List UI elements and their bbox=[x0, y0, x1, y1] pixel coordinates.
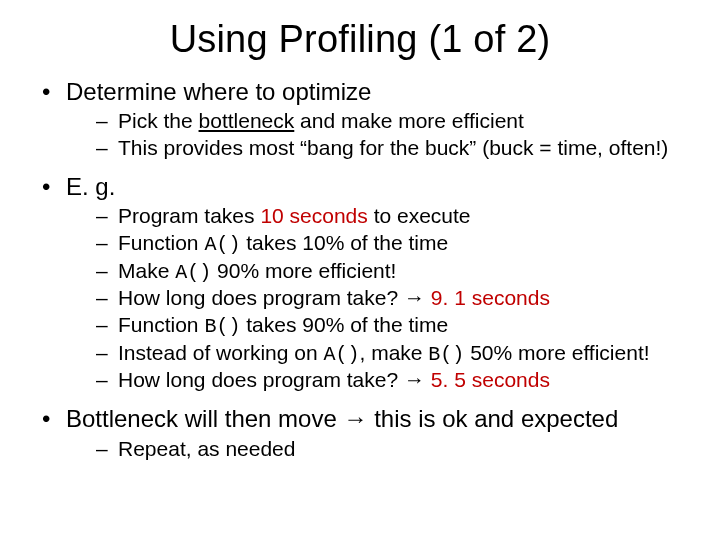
eg-make-a-90: Make A() 90% more efficient! bbox=[96, 258, 700, 286]
text: Function bbox=[118, 313, 204, 336]
text: takes 10% of the time bbox=[240, 231, 448, 254]
eg-result-9-1: How long does program take? → 9. 1 secon… bbox=[96, 285, 700, 312]
text: Determine where to optimize bbox=[66, 78, 371, 105]
bullet-eg: E. g. Program takes 10 seconds to execut… bbox=[42, 172, 700, 394]
code-b: B() bbox=[428, 343, 464, 366]
eg-b-90pct: Function B() takes 90% of the time bbox=[96, 312, 700, 340]
sublist: Program takes 10 seconds to execute Func… bbox=[66, 203, 700, 394]
code-a: A() bbox=[323, 343, 359, 366]
red-text: 5. 5 seconds bbox=[425, 368, 550, 391]
red-text: 10 seconds bbox=[260, 204, 367, 227]
text: and make more efficient bbox=[294, 109, 524, 132]
text: , make bbox=[359, 341, 428, 364]
underline-word: bottleneck bbox=[199, 109, 295, 132]
text: Function bbox=[118, 231, 204, 254]
code-b: B() bbox=[204, 315, 240, 338]
bullet-bang-for-buck: This provides most “bang for the buck” (… bbox=[96, 135, 700, 162]
bullet-list-level1: Determine where to optimize Pick the bot… bbox=[20, 77, 700, 462]
code-a: A() bbox=[175, 261, 211, 284]
slide-title: Using Profiling (1 of 2) bbox=[20, 18, 700, 61]
text: 90% more efficient! bbox=[211, 259, 396, 282]
text: Make bbox=[118, 259, 175, 282]
bullet-repeat: Repeat, as needed bbox=[96, 436, 700, 463]
eg-a-10pct: Function A() takes 10% of the time bbox=[96, 230, 700, 258]
arrow-icon: → bbox=[404, 368, 425, 391]
text: Program takes bbox=[118, 204, 260, 227]
text: 50% more efficient! bbox=[464, 341, 649, 364]
text: E. g. bbox=[66, 173, 115, 200]
text: Instead of working on bbox=[118, 341, 323, 364]
text: How long does program take? bbox=[118, 286, 404, 309]
eg-make-b-50: Instead of working on A(), make B() 50% … bbox=[96, 340, 700, 368]
sublist: Pick the bottleneck and make more effici… bbox=[66, 108, 700, 162]
text: Pick the bbox=[118, 109, 199, 132]
bullet-determine: Determine where to optimize Pick the bot… bbox=[42, 77, 700, 162]
text: to execute bbox=[368, 204, 471, 227]
text: This provides most “bang for the buck” (… bbox=[118, 136, 668, 159]
sublist: Repeat, as needed bbox=[66, 436, 700, 463]
text: Bottleneck will then move bbox=[66, 405, 343, 432]
bullet-bottleneck-moves: Bottleneck will then move → this is ok a… bbox=[42, 404, 700, 462]
bullet-pick-bottleneck: Pick the bottleneck and make more effici… bbox=[96, 108, 700, 135]
text: this is ok and expected bbox=[367, 405, 618, 432]
eg-result-5-5: How long does program take? → 5. 5 secon… bbox=[96, 367, 700, 394]
arrow-icon: → bbox=[343, 405, 367, 432]
slide: Using Profiling (1 of 2) Determine where… bbox=[0, 0, 720, 540]
text: Repeat, as needed bbox=[118, 437, 295, 460]
red-text: 9. 1 seconds bbox=[425, 286, 550, 309]
code-a: A() bbox=[204, 233, 240, 256]
text: How long does program take? bbox=[118, 368, 404, 391]
eg-10-seconds: Program takes 10 seconds to execute bbox=[96, 203, 700, 230]
arrow-icon: → bbox=[404, 286, 425, 309]
text: takes 90% of the time bbox=[240, 313, 448, 336]
